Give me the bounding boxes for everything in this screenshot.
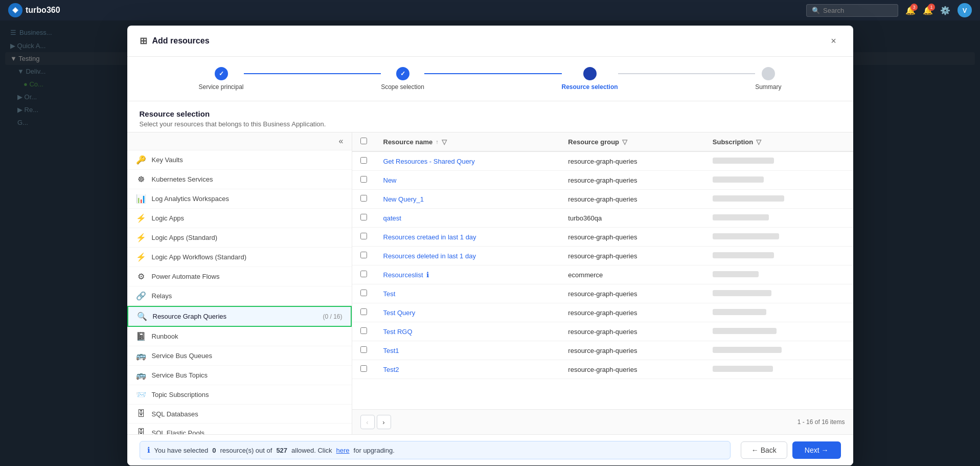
- kubernetes-icon: ☸: [135, 174, 147, 184]
- resource-group-filter-icon[interactable]: ▽: [622, 138, 627, 146]
- row-checkbox[interactable]: [360, 157, 367, 164]
- back-button[interactable]: ← Back: [741, 441, 787, 459]
- next-button[interactable]: Next →: [792, 441, 841, 459]
- resource-name-link[interactable]: qatest: [383, 214, 401, 222]
- resource-list-item-logic-apps-standard[interactable]: ⚡ Logic Apps (Standard): [127, 228, 352, 248]
- resource-name-cell: Test: [375, 284, 560, 303]
- row-checkbox[interactable]: [360, 365, 367, 372]
- logic-apps-icon: ⚡: [135, 213, 147, 223]
- resource-list-item-relays[interactable]: 🔗 Relays: [127, 286, 352, 306]
- add-resources-modal: ⊞ Add resources × ✓ Service principal ✓ …: [127, 26, 853, 465]
- key-vaults-label: Key Vaults: [152, 156, 344, 164]
- resource-name-link[interactable]: Test RGQ: [383, 328, 413, 336]
- close-button[interactable]: ×: [827, 34, 841, 48]
- resource-list-item-sql-databases[interactable]: 🗄 SQL Databases: [127, 405, 352, 424]
- subscription-cell: [704, 265, 853, 284]
- resource-name-col-label: Resource name: [383, 138, 433, 146]
- resource-name-cell: qatest: [375, 209, 560, 228]
- sql-elastic-pools-label: SQL Elastic Pools: [152, 429, 344, 435]
- svg-point-1: [14, 9, 17, 12]
- row-info-icon[interactable]: ℹ: [426, 271, 429, 279]
- turbo360-logo-icon: [8, 3, 22, 17]
- topic-subscriptions-icon: 📨: [135, 390, 147, 400]
- resource-name-cell: Get Resources - Shared Query: [375, 151, 560, 171]
- resource-name-filter-icon[interactable]: ▽: [442, 138, 447, 146]
- info-text-end: for upgrading.: [354, 447, 395, 454]
- resource-group-cell: resource-graph-queries: [560, 341, 704, 360]
- resource-name-link[interactable]: Test1: [383, 347, 399, 354]
- resource-name-link[interactable]: New Query_1: [383, 195, 424, 203]
- relays-icon: 🔗: [135, 291, 147, 301]
- row-checkbox[interactable]: [360, 195, 367, 202]
- section-header: Resource selection Select your resources…: [127, 101, 853, 132]
- stepper: ✓ Service principal ✓ Scope selection Re…: [127, 57, 853, 101]
- collapse-panel-button[interactable]: «: [335, 135, 348, 148]
- logic-app-workflows-label: Logic App Workflows (Standard): [152, 253, 344, 261]
- resource-list-item-topic-subscriptions[interactable]: 📨 Topic Subscriptions: [127, 385, 352, 405]
- row-checkbox[interactable]: [360, 252, 367, 258]
- table-header-row: Resource name ↑ ▽ Resource group: [352, 132, 853, 151]
- row-checkbox[interactable]: [360, 271, 367, 277]
- step-summary: Summary: [755, 67, 781, 91]
- resource-graph-queries-icon: 🔍: [136, 312, 148, 321]
- main-layout: ☰ Business... ▶ Quick A... ▼ Testing ▼ D…: [0, 20, 980, 466]
- upgrade-link[interactable]: here: [336, 447, 350, 454]
- resource-name-sort-icon[interactable]: ↑: [436, 139, 439, 145]
- resource-name-link[interactable]: Resources deleted in last 1 day: [383, 252, 476, 260]
- resource-list-item-resource-graph-queries[interactable]: 🔍 Resource Graph Queries (0 / 16): [127, 306, 352, 327]
- table-row: Resources cretaed in last 1 dayresource-…: [352, 228, 853, 247]
- row-checkbox[interactable]: [360, 233, 367, 239]
- resource-list-item-sql-elastic-pools[interactable]: 🗄 SQL Elastic Pools: [127, 424, 352, 434]
- subscription-pill: [713, 252, 774, 258]
- resource-group-cell: turbo360qa: [560, 209, 704, 228]
- service-bus-queues-icon: 🚌: [135, 351, 147, 361]
- avatar[interactable]: V: [958, 3, 972, 17]
- resource-name-link[interactable]: Test Query: [383, 309, 416, 317]
- table-row: Resourceslistℹecommerce: [352, 265, 853, 284]
- prev-page-button[interactable]: ‹: [360, 415, 375, 429]
- resources-table: Resource name ↑ ▽ Resource group: [352, 132, 853, 379]
- resource-list-item-logic-apps[interactable]: ⚡ Logic Apps: [127, 209, 352, 228]
- resource-name-link[interactable]: Test: [383, 290, 396, 298]
- resource-name-link[interactable]: New: [383, 176, 397, 184]
- subscription-cell: [704, 341, 853, 360]
- subscription-cell: [704, 228, 853, 247]
- resource-list-item-service-bus-queues[interactable]: 🚌 Service Bus Queues: [127, 346, 352, 366]
- resource-list-item-power-automate[interactable]: ⚙ Power Automate Flows: [127, 267, 352, 286]
- alerts-icon[interactable]: 🔔 1: [923, 6, 933, 15]
- subscription-cell: [704, 151, 853, 171]
- table-row: Test Queryresource-graph-queries: [352, 303, 853, 322]
- resource-name-link[interactable]: Resourceslist: [383, 271, 423, 279]
- resource-list-item-key-vaults[interactable]: 🔑 Key Vaults: [127, 150, 352, 170]
- notifications-icon[interactable]: 🔔 3: [905, 6, 916, 15]
- row-checkbox[interactable]: [360, 327, 367, 334]
- log-analytics-label: Log Analytics Workspaces: [152, 195, 344, 203]
- subscription-cell: [704, 247, 853, 265]
- footer-buttons: ← Back Next →: [741, 441, 841, 459]
- select-all-checkbox[interactable]: [360, 138, 367, 144]
- subscription-filter-icon[interactable]: ▽: [756, 138, 761, 146]
- row-checkbox[interactable]: [360, 176, 367, 183]
- resource-name-link[interactable]: Resources cretaed in last 1 day: [383, 233, 476, 241]
- resource-list-item-log-analytics[interactable]: 📊 Log Analytics Workspaces: [127, 189, 352, 209]
- resource-name-link[interactable]: Test2: [383, 366, 399, 373]
- resource-list-item-service-bus-topics[interactable]: 🚌 Service Bus Topics: [127, 366, 352, 385]
- row-checkbox[interactable]: [360, 346, 367, 353]
- log-analytics-icon: 📊: [135, 194, 147, 204]
- section-title: Resource selection: [140, 109, 841, 118]
- resource-list-item-logic-app-workflows[interactable]: ⚡ Logic App Workflows (Standard): [127, 248, 352, 267]
- service-bus-queues-label: Service Bus Queues: [152, 352, 344, 360]
- row-checkbox[interactable]: [360, 308, 367, 315]
- resource-name-cell: Test RGQ: [375, 322, 560, 341]
- col-header-resource-group: Resource group ▽: [560, 132, 704, 151]
- row-checkbox[interactable]: [360, 214, 367, 220]
- step-label-2: Scope selection: [381, 83, 424, 91]
- resource-list-item-kubernetes[interactable]: ☸ Kubernetes Services: [127, 170, 352, 189]
- runbook-icon: 📓: [135, 331, 147, 341]
- next-page-button[interactable]: ›: [377, 415, 391, 429]
- resource-name-link[interactable]: Get Resources - Shared Query: [383, 158, 475, 165]
- settings-icon[interactable]: ⚙️: [940, 6, 950, 15]
- navbar-search-box[interactable]: 🔍 Search: [806, 4, 898, 17]
- row-checkbox[interactable]: [360, 290, 367, 296]
- resource-list-item-runbook[interactable]: 📓 Runbook: [127, 327, 352, 346]
